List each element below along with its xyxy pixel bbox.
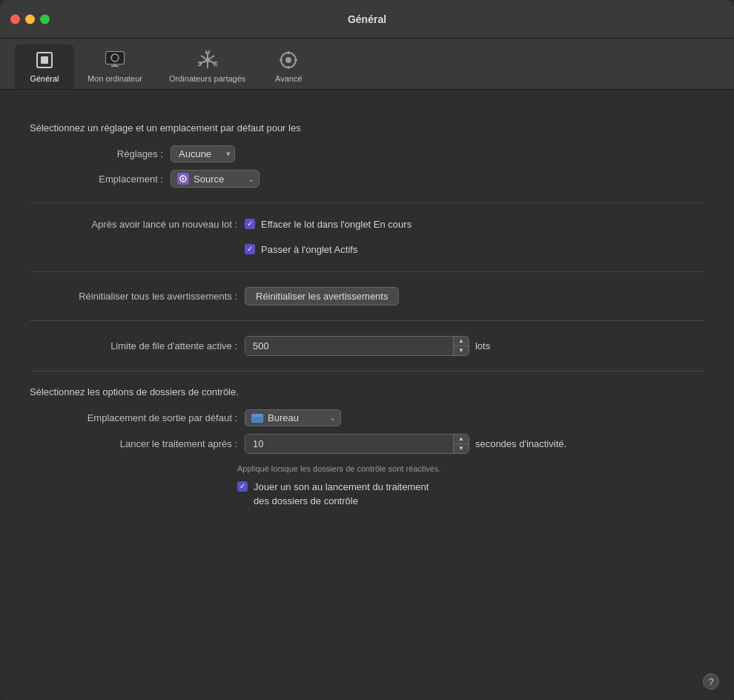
queue-stepper: ▲ ▼ xyxy=(453,337,469,355)
checkbox-effacer-label: Effacer le lot dans l'onglet En cours xyxy=(261,218,411,231)
reglages-label: Réglages : xyxy=(30,148,163,159)
tab-mon-ordinateur[interactable]: Mon ordinateur xyxy=(74,44,156,89)
checkmark-effacer: ✓ xyxy=(247,220,253,228)
section-reinit: Réinitialiser tous les avertissements : … xyxy=(30,272,704,321)
queue-up[interactable]: ▲ xyxy=(454,337,469,346)
note-row: Appliqué lorsque les dossiers de contrôl… xyxy=(237,461,704,473)
reglages-dropdown[interactable]: Aucune xyxy=(171,145,235,162)
section-queue: Limite de file d'attente active : ▲ ▼ lo… xyxy=(30,321,704,372)
checkmark-passer: ✓ xyxy=(247,245,253,253)
source-icon xyxy=(177,173,189,185)
reglages-row: Réglages : Aucune ▾ xyxy=(30,145,704,162)
queue-row: Limite de file d'attente active : ▲ ▼ lo… xyxy=(30,336,704,356)
help-button[interactable]: ? xyxy=(703,673,719,690)
svg-point-13 xyxy=(205,58,210,62)
tab-mon-ordinateur-label: Mon ordinateur xyxy=(87,74,142,83)
queue-units: lots xyxy=(475,340,490,351)
reinit-label: Réinitialiser tous les avertissements : xyxy=(30,291,237,302)
queue-input[interactable] xyxy=(245,337,453,355)
title-bar: Général xyxy=(0,0,734,39)
emplacement-dropdown[interactable]: Source ⌄ xyxy=(171,170,259,188)
svg-point-18 xyxy=(285,57,291,63)
content: Sélectionnez un réglage et un emplacemen… xyxy=(0,90,734,666)
general-icon xyxy=(33,49,56,71)
source-text: Source xyxy=(194,174,243,185)
ordinateurs-partages-icon xyxy=(196,49,219,71)
svg-point-24 xyxy=(182,178,185,180)
lancer-up[interactable]: ▲ xyxy=(454,435,469,443)
maximize-button[interactable] xyxy=(40,14,50,24)
lancer-input[interactable] xyxy=(245,435,453,453)
checkbox-passer-label: Passer à l'onglet Actifs xyxy=(261,243,357,257)
emplacement-row: Emplacement : Source ⌄ xyxy=(30,170,704,188)
queue-label: Limite de file d'attente active : xyxy=(30,340,237,351)
bureau-text: Bureau xyxy=(268,412,322,423)
section-dossiers-title: Sélectionnez les options de dossiers de … xyxy=(30,386,704,397)
checkbox-effacer-row: ✓ Effacer le lot dans l'onglet En cours xyxy=(245,218,411,231)
reinit-row: Réinitialiser tous les avertissements : … xyxy=(30,287,704,306)
checkbox-passer-row: ✓ Passer à l'onglet Actifs xyxy=(245,243,411,257)
reglages-dropdown-wrapper: Aucune ▾ xyxy=(171,145,235,162)
tab-ordinateurs-partages[interactable]: Ordinateurs partagés xyxy=(156,44,259,89)
section-nouveau-lot: Après avoir lancé un nouveau lot : ✓ Eff… xyxy=(30,203,704,272)
lancer-down[interactable]: ▼ xyxy=(454,444,469,453)
emplacement-sortie-label: Emplacement de sortie par défaut : xyxy=(30,412,237,423)
checkmark-jouer-son: ✓ xyxy=(239,483,245,490)
bureau-icon xyxy=(251,414,263,423)
checkbox-effacer[interactable]: ✓ xyxy=(245,219,255,229)
tab-general[interactable]: Général xyxy=(15,44,74,89)
checkbox-passer[interactable]: ✓ xyxy=(245,244,255,254)
toolbar: Général Mon ordinateur xyxy=(0,39,734,90)
lancer-row: Lancer le traitement après : ▲ ▼ seconde… xyxy=(30,434,704,454)
tab-avance[interactable]: Avancé xyxy=(259,44,318,89)
source-dropdown-arrow: ⌄ xyxy=(248,174,254,184)
window-title: Général xyxy=(348,13,386,25)
avance-icon xyxy=(277,49,300,71)
tab-avance-label: Avancé xyxy=(275,74,302,83)
nouveau-lot-row: Après avoir lancé un nouveau lot : ✓ Eff… xyxy=(30,218,704,257)
lancer-stepper: ▲ ▼ xyxy=(453,435,469,453)
tab-general-label: Général xyxy=(30,74,59,83)
reinit-button[interactable]: Réinitialiser les avertissements xyxy=(245,287,399,306)
jouer-son-checkbox-row: ✓ Jouer un son au lancement du traitemen… xyxy=(237,481,429,507)
mon-ordinateur-icon xyxy=(104,49,126,71)
checkbox-jouer-son-label: Jouer un son au lancement du traitement … xyxy=(254,481,429,507)
emplacement-label: Emplacement : xyxy=(30,174,163,185)
nouveau-lot-label: Après avoir lancé un nouveau lot : xyxy=(30,218,237,230)
lancer-label: Lancer le traitement après : xyxy=(30,438,237,449)
queue-down[interactable]: ▼ xyxy=(454,346,469,355)
svg-rect-26 xyxy=(254,415,257,417)
section-reglages: Sélectionnez un réglage et un emplacemen… xyxy=(30,108,704,203)
svg-rect-1 xyxy=(41,56,48,64)
traffic-lights xyxy=(10,14,50,24)
bureau-dropdown-arrow: ⌄ xyxy=(329,413,336,423)
minimize-button[interactable] xyxy=(25,14,35,24)
queue-spinbox-wrapper: ▲ ▼ xyxy=(245,336,469,356)
emplacement-sortie-dropdown[interactable]: Bureau ⌄ xyxy=(245,409,341,426)
lancer-spinbox-wrapper: ▲ ▼ xyxy=(245,434,469,454)
jouer-son-row: ✓ Jouer un son au lancement du traitemen… xyxy=(30,481,704,507)
checkbox-jouer-son[interactable]: ✓ xyxy=(237,481,248,492)
note-text: Appliqué lorsque les dossiers de contrôl… xyxy=(237,464,441,473)
tab-ordinateurs-partages-label: Ordinateurs partagés xyxy=(169,74,245,83)
close-button[interactable] xyxy=(10,14,20,24)
lancer-units: secondes d'inactivité. xyxy=(475,438,566,449)
window: Général Général Mon or xyxy=(0,0,734,700)
svg-rect-25 xyxy=(252,417,262,422)
emplacement-sortie-row: Emplacement de sortie par défaut : Burea… xyxy=(30,409,704,426)
bottom-bar: ? xyxy=(0,666,734,700)
section-dossiers: Sélectionnez les options de dossiers de … xyxy=(30,372,704,522)
section-reglages-title: Sélectionnez un réglage et un emplacemen… xyxy=(30,122,704,133)
